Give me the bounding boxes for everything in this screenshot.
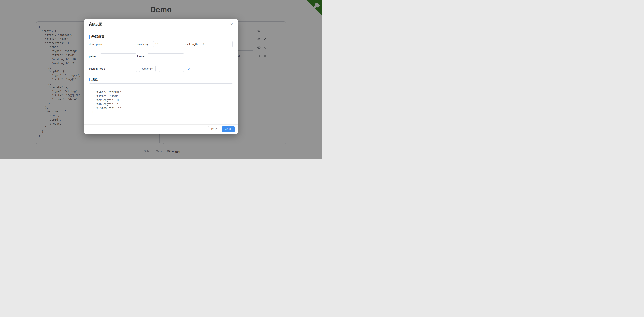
preview-section-header: 预览: [89, 77, 233, 82]
minlength-field[interactable]: [200, 41, 233, 47]
description-label: description :: [89, 43, 103, 46]
chevron-down-icon: [179, 56, 182, 57]
confirm-custom-prop-icon[interactable]: [187, 67, 190, 70]
section-accent-bar: [89, 78, 90, 81]
customprop-key-field[interactable]: [139, 66, 156, 72]
format-label: format :: [137, 55, 146, 58]
pattern-label: pattern :: [89, 55, 99, 58]
close-icon[interactable]: ×: [230, 22, 233, 27]
section-accent-bar: [89, 35, 90, 39]
cancel-button[interactable]: 取 消: [208, 126, 220, 132]
section-title: 预览: [92, 77, 98, 82]
customprop-value-field[interactable]: [159, 66, 184, 72]
schema-preview-box: { "type": "string", "title": "名称", "maxL…: [89, 84, 233, 116]
form-row-1: description : maxLength : minLength :: [89, 41, 233, 47]
modal-body: 基础设置 description : maxLength : minLength…: [84, 34, 238, 116]
key-value-separator: :: [156, 67, 157, 70]
form-row-2: pattern : format :: [89, 53, 233, 60]
app-root: Demo { "root": { "type": "object", "titl…: [0, 0, 322, 159]
basic-settings-section-header: 基础设置: [89, 34, 233, 39]
maxlength-field[interactable]: [153, 41, 184, 47]
confirm-button[interactable]: 确 认: [222, 126, 234, 132]
minlength-label: minLength :: [185, 43, 199, 46]
modal-footer: 取 消 确 认: [84, 124, 238, 134]
form-row-3: customProp : :: [89, 66, 233, 72]
customprop-field[interactable]: [107, 66, 137, 72]
schema-preview-code: { "type": "string", "title": "名称", "maxL…: [89, 84, 233, 116]
customprop-label: customProp :: [89, 67, 105, 70]
description-field[interactable]: [105, 41, 136, 47]
section-title: 基础设置: [92, 34, 104, 39]
modal-title: 高级设置: [89, 22, 102, 27]
maxlength-label: maxLength :: [137, 43, 152, 46]
pattern-field[interactable]: [100, 53, 136, 60]
advanced-settings-modal: 高级设置 × 基础设置 description : maxLength : mi…: [84, 19, 238, 134]
format-select[interactable]: [148, 53, 184, 60]
modal-header: 高级设置 ×: [84, 19, 238, 30]
